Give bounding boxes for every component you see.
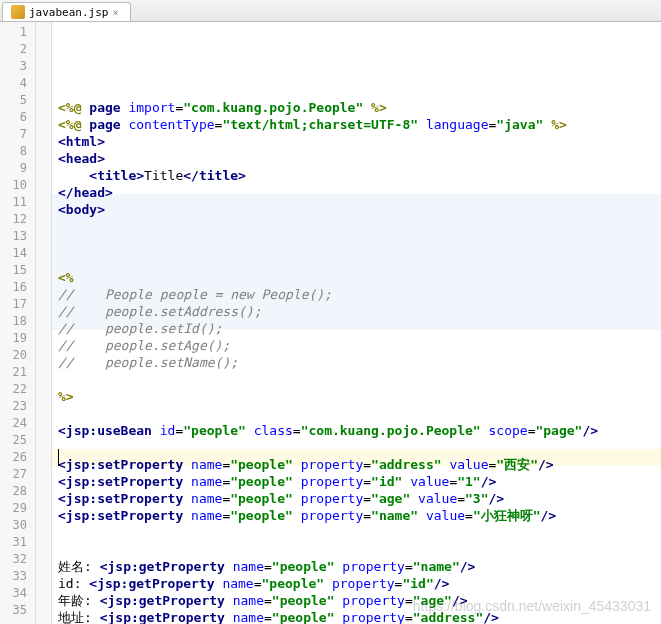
line-number: 10	[0, 177, 35, 194]
line-number: 24	[0, 415, 35, 432]
code-line[interactable]: %>	[58, 388, 661, 405]
line-number: 35	[0, 602, 35, 619]
code-line[interactable]	[58, 405, 661, 422]
code-line[interactable]: <head>	[58, 150, 661, 167]
line-number: 9	[0, 160, 35, 177]
line-number: 29	[0, 500, 35, 517]
line-number: 18	[0, 313, 35, 330]
code-area[interactable]: <%@ page import="com.kuang.pojo.People" …	[52, 22, 661, 624]
line-number: 30	[0, 517, 35, 534]
text-cursor	[58, 449, 59, 466]
code-line[interactable]: // People people = new People();	[58, 286, 661, 303]
code-line[interactable]: // people.setId();	[58, 320, 661, 337]
fold-margin	[36, 22, 52, 624]
line-number-gutter: 1234567891011121314151617181920212223242…	[0, 22, 36, 624]
code-line[interactable]: <html>	[58, 133, 661, 150]
line-number: 11	[0, 194, 35, 211]
line-number: 5	[0, 92, 35, 109]
line-number: 7	[0, 126, 35, 143]
code-line[interactable]	[58, 235, 661, 252]
code-line[interactable]: <body>	[58, 201, 661, 218]
code-line[interactable]	[58, 524, 661, 541]
code-line[interactable]: 年龄: <jsp:getProperty name="people" prope…	[58, 592, 661, 609]
code-line[interactable]: 地址: <jsp:getProperty name="people" prope…	[58, 609, 661, 624]
line-number: 22	[0, 381, 35, 398]
line-number: 17	[0, 296, 35, 313]
code-line[interactable]: // people.setAddress();	[58, 303, 661, 320]
line-number: 3	[0, 58, 35, 75]
jsp-file-icon	[11, 5, 25, 19]
code-line[interactable]: 姓名: <jsp:getProperty name="people" prope…	[58, 558, 661, 575]
code-line[interactable]: // people.setAge();	[58, 337, 661, 354]
line-number: 8	[0, 143, 35, 160]
line-number: 32	[0, 551, 35, 568]
code-line[interactable]: <%@ page import="com.kuang.pojo.People" …	[58, 99, 661, 116]
line-number: 16	[0, 279, 35, 296]
code-line[interactable]: <%	[58, 269, 661, 286]
line-number: 13	[0, 228, 35, 245]
line-number: 1	[0, 24, 35, 41]
code-line[interactable]: <jsp:useBean id="people" class="com.kuan…	[58, 422, 661, 439]
code-line[interactable]: <jsp:setProperty name="people" property=…	[58, 456, 661, 473]
code-line[interactable]	[58, 541, 661, 558]
line-number: 6	[0, 109, 35, 126]
code-line[interactable]	[58, 371, 661, 388]
code-line[interactable]: <jsp:setProperty name="people" property=…	[58, 507, 661, 524]
code-line[interactable]: <jsp:setProperty name="people" property=…	[58, 473, 661, 490]
line-number: 4	[0, 75, 35, 92]
line-number: 21	[0, 364, 35, 381]
close-icon[interactable]: ×	[112, 7, 122, 17]
line-number: 25	[0, 432, 35, 449]
code-line[interactable]: id: <jsp:getProperty name="people" prope…	[58, 575, 661, 592]
code-line[interactable]: </head>	[58, 184, 661, 201]
code-line[interactable]: <%@ page contentType="text/html;charset=…	[58, 116, 661, 133]
code-line[interactable]: <title>Title</title>	[58, 167, 661, 184]
line-number: 23	[0, 398, 35, 415]
code-line[interactable]	[58, 218, 661, 235]
code-line[interactable]	[58, 252, 661, 269]
line-number: 27	[0, 466, 35, 483]
file-tab[interactable]: javabean.jsp ×	[2, 2, 131, 21]
code-editor[interactable]: 1234567891011121314151617181920212223242…	[0, 22, 661, 624]
line-number: 14	[0, 245, 35, 262]
code-line[interactable]: // people.setName();	[58, 354, 661, 371]
code-line[interactable]: <jsp:setProperty name="people" property=…	[58, 490, 661, 507]
line-number: 33	[0, 568, 35, 585]
tab-bar: javabean.jsp ×	[0, 0, 661, 22]
line-number: 26	[0, 449, 35, 466]
line-number: 34	[0, 585, 35, 602]
tab-filename: javabean.jsp	[29, 6, 108, 19]
line-number: 12	[0, 211, 35, 228]
line-number: 19	[0, 330, 35, 347]
line-number: 28	[0, 483, 35, 500]
code-line[interactable]	[58, 439, 661, 456]
line-number: 2	[0, 41, 35, 58]
line-number: 20	[0, 347, 35, 364]
line-number: 15	[0, 262, 35, 279]
line-number: 31	[0, 534, 35, 551]
